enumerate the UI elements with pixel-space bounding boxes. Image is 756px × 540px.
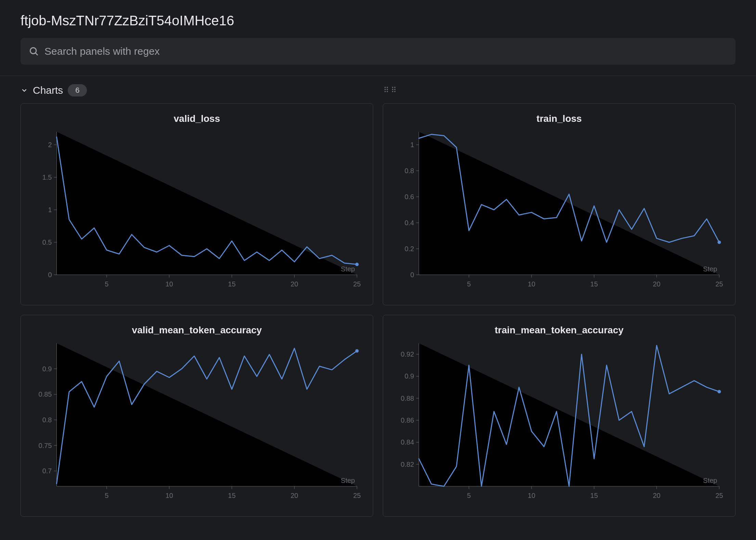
svg-point-45	[718, 241, 721, 244]
page-title: ftjob-MszTNr77ZzBziT54oIMHce16	[21, 13, 735, 28]
svg-text:20: 20	[653, 492, 660, 499]
svg-line-1	[36, 53, 38, 55]
svg-text:0.92: 0.92	[401, 350, 414, 358]
chart-title: valid_loss	[29, 113, 365, 124]
svg-text:0.82: 0.82	[401, 461, 414, 468]
svg-text:0.5: 0.5	[42, 239, 52, 246]
section-count-badge: 6	[68, 84, 87, 97]
svg-point-0	[30, 48, 36, 54]
chart-plot-train_loss: 00.20.40.60.81510152025Step	[391, 128, 727, 296]
chart-panel-valid_loss[interactable]: valid_loss00.511.52510152025Step	[21, 103, 373, 305]
x-axis-label: Step	[703, 477, 717, 484]
svg-text:0.75: 0.75	[39, 442, 52, 449]
svg-text:0.88: 0.88	[401, 395, 414, 402]
divider	[0, 76, 756, 76]
charts-grid: valid_loss00.511.52510152025Steptrain_lo…	[21, 103, 735, 517]
svg-text:10: 10	[528, 492, 535, 499]
svg-text:0: 0	[410, 271, 414, 279]
svg-text:25: 25	[715, 492, 723, 499]
search-icon	[29, 46, 39, 56]
svg-text:5: 5	[105, 492, 108, 499]
svg-text:10: 10	[166, 492, 173, 499]
drag-handle-icon[interactable]: ⠿⠿	[383, 86, 399, 95]
svg-text:15: 15	[228, 492, 236, 499]
svg-text:0.6: 0.6	[405, 193, 414, 201]
svg-text:0.85: 0.85	[39, 390, 52, 398]
svg-text:25: 25	[353, 280, 361, 288]
svg-text:0: 0	[48, 271, 52, 279]
svg-point-89	[718, 390, 721, 394]
svg-text:2: 2	[48, 141, 52, 149]
x-axis-label: Step	[703, 265, 717, 273]
search-panels[interactable]	[21, 38, 735, 65]
svg-text:0.9: 0.9	[42, 365, 52, 373]
svg-text:0.4: 0.4	[405, 219, 414, 227]
chart-title: train_mean_token_accuracy	[391, 325, 727, 336]
chart-panel-train_mean_token_accuracy[interactable]: train_mean_token_accuracy0.820.840.860.8…	[383, 315, 735, 517]
svg-text:0.8: 0.8	[405, 167, 414, 175]
section-title: Charts	[33, 85, 63, 96]
chart-panel-train_loss[interactable]: train_loss00.20.40.60.81510152025Step	[383, 103, 735, 305]
chart-plot-train_mean_token_accuracy: 0.820.840.860.880.90.92510152025Step	[391, 340, 727, 507]
svg-text:5: 5	[105, 280, 108, 288]
svg-text:0.84: 0.84	[401, 438, 414, 446]
svg-text:10: 10	[528, 280, 535, 288]
chevron-down-icon[interactable]	[21, 87, 28, 94]
chart-title: train_loss	[391, 113, 727, 124]
svg-text:20: 20	[290, 280, 298, 288]
svg-text:15: 15	[590, 492, 598, 499]
svg-text:20: 20	[653, 280, 660, 288]
svg-text:10: 10	[166, 280, 173, 288]
chart-panel-valid_mean_token_accuracy[interactable]: valid_mean_token_accuracy0.70.750.80.850…	[21, 315, 373, 517]
svg-text:1.5: 1.5	[42, 173, 52, 181]
svg-text:0.86: 0.86	[401, 416, 414, 424]
svg-text:25: 25	[715, 280, 723, 288]
svg-point-22	[355, 263, 359, 266]
svg-text:15: 15	[590, 280, 598, 288]
svg-text:0.7: 0.7	[42, 467, 52, 475]
search-input[interactable]	[21, 38, 735, 65]
svg-text:5: 5	[467, 492, 471, 499]
x-axis-label: Step	[341, 265, 355, 273]
svg-text:5: 5	[467, 280, 471, 288]
svg-text:0.2: 0.2	[405, 245, 414, 253]
svg-text:1: 1	[410, 141, 414, 149]
svg-text:0.8: 0.8	[42, 416, 52, 424]
svg-text:20: 20	[290, 492, 298, 499]
svg-text:0.9: 0.9	[405, 372, 414, 380]
chart-title: valid_mean_token_accuracy	[29, 325, 365, 336]
chart-plot-valid_loss: 00.511.52510152025Step	[29, 128, 365, 296]
chart-plot-valid_mean_token_accuracy: 0.70.750.80.850.9510152025Step	[29, 340, 365, 507]
svg-point-66	[355, 349, 359, 352]
svg-text:15: 15	[228, 280, 236, 288]
x-axis-label: Step	[341, 477, 355, 484]
svg-text:25: 25	[353, 492, 361, 499]
svg-text:1: 1	[48, 206, 52, 214]
